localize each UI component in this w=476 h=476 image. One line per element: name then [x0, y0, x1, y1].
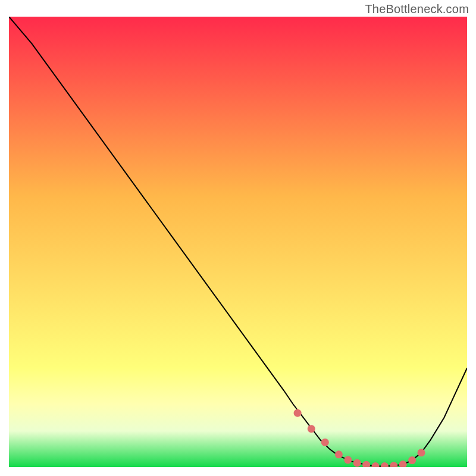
marker-dot	[294, 409, 302, 417]
marker-dot	[321, 439, 329, 446]
marker-dot	[308, 425, 315, 433]
marker-dot	[408, 456, 416, 464]
chart-container: TheBottleneck.com	[0, 0, 476, 476]
plot-area	[9, 17, 467, 467]
attribution-label: TheBottleneck.com	[365, 2, 469, 16]
curve-layer	[9, 17, 467, 467]
marker-dot	[353, 459, 361, 467]
marker-dot	[381, 462, 389, 467]
marker-dot	[390, 462, 397, 467]
marker-dot	[335, 450, 343, 458]
marker-dot	[344, 456, 352, 464]
bottleneck-curve	[9, 17, 467, 466]
marker-dot	[372, 462, 380, 467]
marker-dot	[418, 449, 425, 456]
marker-dot	[399, 461, 407, 467]
minimum-band-markers	[294, 409, 425, 467]
marker-dot	[362, 461, 370, 467]
